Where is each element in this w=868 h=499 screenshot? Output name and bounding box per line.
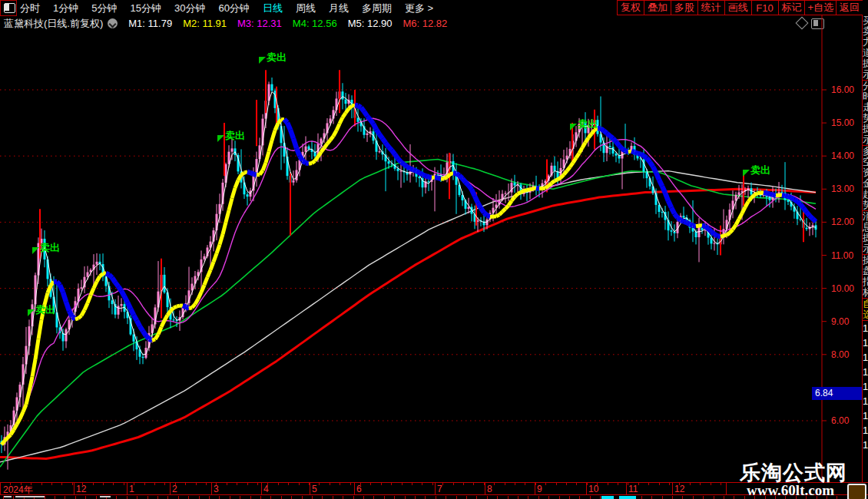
minor-tick	[525, 483, 525, 485]
minor-tick	[45, 496, 45, 499]
minor-tick	[299, 483, 300, 485]
sell-signal-label: 卖出	[40, 241, 60, 255]
minor-tick	[508, 496, 509, 499]
minor-tick	[103, 483, 104, 485]
month-separator	[0, 482, 1, 494]
clipped-panel-digit: 1	[863, 321, 868, 335]
minor-tick	[703, 496, 704, 499]
minor-tick	[394, 496, 395, 499]
date-axis-label: 5	[312, 484, 317, 494]
minor-tick	[484, 483, 485, 485]
date-axis-label: 10	[588, 484, 598, 494]
minor-tick	[412, 483, 412, 485]
minor-tick	[157, 496, 158, 499]
month-separator	[626, 482, 627, 494]
minor-tick	[545, 483, 546, 485]
minor-tick	[281, 496, 282, 499]
minor-tick	[360, 483, 361, 485]
minor-tick	[669, 483, 670, 485]
minor-tick	[302, 496, 303, 499]
minor-tick	[600, 496, 601, 499]
minor-tick	[405, 496, 406, 499]
date-axis-label: 9	[537, 484, 542, 494]
minor-tick	[185, 483, 186, 485]
minor-tick	[714, 496, 714, 499]
minor-tick	[628, 483, 628, 485]
minor-tick	[350, 483, 351, 485]
minor-tick	[216, 483, 217, 485]
minor-tick	[85, 496, 86, 499]
minor-tick	[576, 483, 577, 485]
minor-tick	[721, 483, 721, 485]
price-axis-label: 12.00	[831, 216, 854, 227]
clipped-panel-digit: 1	[863, 350, 868, 365]
minor-tick	[288, 483, 289, 485]
date-axis-label: 6	[356, 484, 362, 494]
minor-tick	[127, 496, 128, 499]
minor-tick	[353, 496, 354, 499]
minor-tick	[505, 483, 505, 485]
candlestick-chart[interactable]	[0, 0, 868, 499]
minor-tick	[188, 496, 189, 499]
price-axis-label: 9.00	[831, 316, 849, 327]
minor-tick	[476, 496, 477, 499]
minor-tick	[662, 496, 663, 499]
minor-tick	[134, 483, 134, 485]
sell-arrow-icon	[570, 124, 577, 131]
minor-tick	[363, 496, 364, 499]
minor-tick	[528, 496, 528, 499]
minor-tick	[237, 483, 237, 485]
minor-tick	[31, 483, 31, 485]
minor-tick	[333, 496, 333, 499]
date-axis-label: 2024年	[3, 484, 33, 497]
clipped-panel-digit: 1	[863, 423, 868, 438]
minor-tick	[199, 496, 200, 499]
minor-tick	[75, 496, 76, 499]
minor-tick	[724, 496, 724, 499]
minor-tick	[113, 483, 114, 485]
sell-signal-label: 卖出	[750, 164, 770, 177]
sell-arrow-icon	[32, 247, 39, 254]
minor-tick	[566, 483, 567, 485]
clipped-panel-label: 多空资金趋势	[863, 146, 868, 211]
date-axis-label: 2	[172, 484, 177, 494]
minor-tick	[587, 483, 588, 485]
minor-tick	[96, 496, 97, 499]
sell-signal-label: 卖出	[578, 117, 598, 131]
minor-tick	[538, 496, 539, 499]
minor-tick	[309, 483, 310, 485]
status-fragment	[100, 496, 111, 497]
price-axis-label: 15.00	[831, 117, 854, 128]
sell-signal-label: 卖出	[225, 129, 245, 143]
clipped-panel-label: 操盘指标	[863, 255, 868, 299]
minor-tick	[463, 483, 464, 485]
right-clipped-panel[interactable]: 买卖力道提示分时走势提示多空资金趋势消息提示操盘指标自选111111111	[862, 15, 868, 482]
minor-tick	[597, 483, 598, 485]
minor-tick	[167, 496, 168, 499]
minor-tick	[240, 496, 240, 499]
minor-tick	[384, 496, 385, 499]
sell-arrow-icon	[217, 135, 224, 142]
clipped-corner-button[interactable]	[847, 484, 866, 499]
sell-arrow-icon	[743, 170, 750, 177]
minor-tick	[638, 483, 639, 485]
minor-tick	[456, 496, 457, 499]
clipped-panel-label: 分时走势提示	[863, 81, 868, 146]
minor-tick	[257, 483, 258, 485]
minor-tick	[312, 496, 313, 499]
minor-tick	[515, 483, 515, 485]
minor-tick	[590, 496, 591, 499]
month-separator	[354, 482, 355, 494]
minor-tick	[206, 483, 207, 485]
clipped-panel-digit: 1	[863, 335, 868, 350]
minor-tick	[432, 483, 433, 485]
minor-tick	[535, 483, 536, 485]
minor-tick	[82, 483, 83, 485]
minor-tick	[278, 483, 279, 485]
minor-tick	[548, 496, 549, 499]
minor-tick	[209, 496, 210, 499]
minor-tick	[494, 483, 495, 485]
price-axis-label: 10.00	[831, 283, 854, 294]
sell-signal-label: 卖出	[267, 51, 287, 64]
price-axis-label: 16.00	[831, 84, 854, 95]
